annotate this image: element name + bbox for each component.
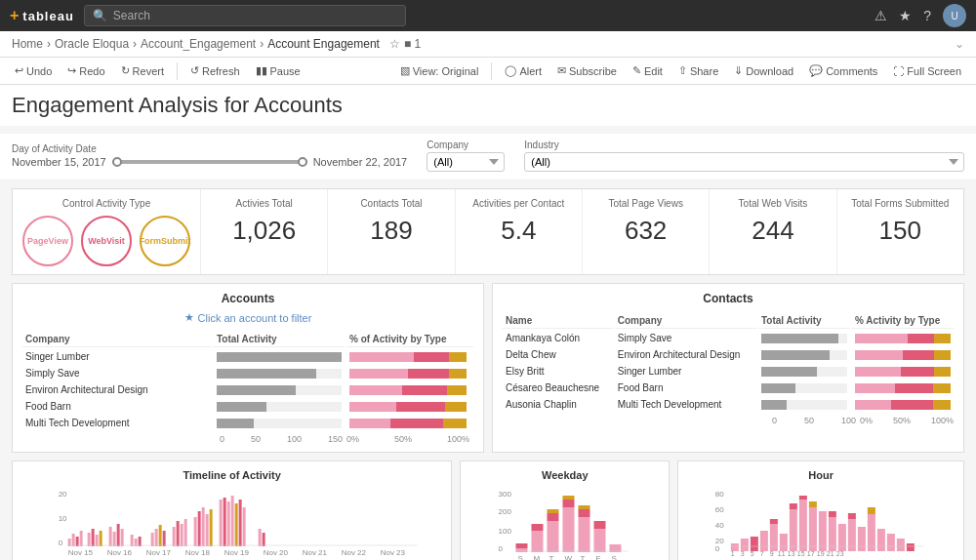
svg-rect-19 <box>155 529 158 546</box>
svg-rect-60 <box>548 509 559 513</box>
download-icon: ⇓ <box>734 64 743 77</box>
accounts-table-row[interactable]: Multi Tech Development <box>22 416 473 430</box>
search-bar[interactable]: 🔍 Search <box>84 5 406 26</box>
col-contact-total: Total Activity <box>758 313 850 329</box>
contact-company: Multi Tech Development <box>615 397 756 412</box>
svg-rect-39 <box>263 533 265 546</box>
accounts-table-row[interactable]: Food Barn <box>22 399 473 414</box>
accounts-title: Accounts <box>20 292 475 305</box>
favorite-icon[interactable]: ☆ <box>389 37 400 51</box>
redo-button[interactable]: ↪ Redo <box>61 61 111 80</box>
star-icon[interactable]: ★ <box>899 8 912 23</box>
svg-text:200: 200 <box>499 507 512 516</box>
contacts-pct-50: 50% <box>893 416 911 425</box>
refresh-button[interactable]: ↺ Refresh <box>183 61 247 80</box>
pause-button[interactable]: ▮▮ Pause <box>249 61 307 80</box>
account-total-bar <box>214 399 345 414</box>
formsubmit-circle[interactable]: FormSubmit <box>140 216 190 266</box>
accounts-table-row[interactable]: Environ Architectural Design <box>22 382 473 397</box>
svg-text:7: 7 <box>760 550 764 557</box>
svg-rect-95 <box>809 501 817 507</box>
collapse-icon[interactable]: ⌄ <box>955 37 964 51</box>
svg-rect-18 <box>151 533 154 546</box>
svg-rect-7 <box>88 533 91 546</box>
accounts-table-row[interactable]: Simply Save <box>22 366 473 380</box>
slider-thumb-end[interactable] <box>298 157 307 167</box>
account-pct-bar <box>346 399 473 414</box>
user-avatar[interactable]: U <box>943 4 966 27</box>
company-filter-label: Company <box>427 140 505 150</box>
edit-button[interactable]: ✎ Edit <box>626 61 670 80</box>
alert-icon: ◯ <box>505 64 516 77</box>
nav-icons: ⚠ ★ ? U <box>874 4 966 27</box>
date-filter-group: Day of Activity Date November 15, 2017 N… <box>12 143 407 168</box>
undo-button[interactable]: ↩ Undo <box>8 61 59 80</box>
svg-rect-105 <box>877 529 885 551</box>
contact-total-bar <box>758 364 850 379</box>
breadcrumb-home[interactable]: Home <box>12 37 43 51</box>
search-placeholder: Search <box>113 9 150 22</box>
contact-company: Food Barn <box>615 380 756 395</box>
svg-rect-27 <box>198 511 201 546</box>
svg-text:Nov 15: Nov 15 <box>68 548 94 557</box>
share-button[interactable]: ⇧ Share <box>671 61 725 80</box>
svg-text:S: S <box>612 554 617 560</box>
activities-total-label: Activies Total <box>211 197 317 210</box>
contacts-axis-100: 100 <box>841 416 856 425</box>
industry-filter-select[interactable]: (All) <box>524 152 964 172</box>
contacts-table-row[interactable]: Césareo Beauchesne Food Barn <box>503 380 954 395</box>
contact-total-bar <box>758 331 850 345</box>
breadcrumb-level2[interactable]: Oracle Eloqua <box>55 37 129 51</box>
contact-total-bar <box>758 347 850 362</box>
comments-button[interactable]: 💬 Comments <box>802 61 884 80</box>
contacts-title: Contacts <box>501 292 956 305</box>
breadcrumb-level3[interactable]: Account_Engagement <box>141 37 256 51</box>
total-forms-submitted-card: Total Forms Submitted 150 <box>837 189 963 274</box>
page-title: Engagement Analysis for Accounts <box>0 85 976 126</box>
svg-rect-94 <box>809 507 817 551</box>
svg-rect-35 <box>235 503 238 546</box>
svg-text:60: 60 <box>715 505 724 514</box>
fullscreen-button[interactable]: ⛶ Full Screen <box>886 62 968 80</box>
view-original-button[interactable]: ▧ View: Original <box>393 61 486 80</box>
svg-text:300: 300 <box>499 490 512 499</box>
alert-button[interactable]: ◯ Alert <box>498 61 549 80</box>
svg-text:100: 100 <box>499 527 512 536</box>
svg-rect-29 <box>206 514 209 546</box>
slider-thumb-start[interactable] <box>112 157 122 167</box>
revert-button[interactable]: ↻ Revert <box>114 61 171 80</box>
col-contact-company: Company <box>615 313 756 329</box>
contact-pct-bar <box>852 364 954 379</box>
contacts-table-row[interactable]: Delta Chew Environ Architectural Design <box>503 347 954 362</box>
contacts-table: Name Company Total Activity % Activity b… <box>501 311 956 414</box>
kpi-row: Control Activity Type PageView WebVisit … <box>12 188 964 275</box>
svg-text:80: 80 <box>715 490 724 499</box>
contacts-table-row[interactable]: Amankaya Colón Simply Save <box>503 331 954 345</box>
bell-icon[interactable]: ⚠ <box>874 8 887 23</box>
accounts-table-row[interactable]: Singer Lumber <box>22 349 473 364</box>
tableau-text: tableau <box>22 9 74 23</box>
company-filter-select[interactable]: (All) <box>427 152 505 172</box>
contacts-table-row[interactable]: Elsy Britt Singer Lumber <box>503 364 954 379</box>
accounts-subtitle: Click an account to filter <box>198 312 312 324</box>
account-company: Singer Lumber <box>22 349 212 364</box>
subscribe-button[interactable]: ✉ Subscribe <box>550 61 624 80</box>
contacts-table-row[interactable]: Ausonia Chaplin Multi Tech Development <box>503 397 954 412</box>
col-total-activity: Total Activity <box>214 332 345 347</box>
bottom-charts: Timeline of Activity 20 10 0 <box>12 460 964 560</box>
share-icon: ⇧ <box>678 64 687 77</box>
kpi-circles: PageView WebVisit FormSubmit <box>22 216 190 266</box>
help-icon[interactable]: ? <box>923 8 931 23</box>
svg-text:Nov 16: Nov 16 <box>107 548 133 557</box>
download-button[interactable]: ⇓ Download <box>727 61 800 80</box>
col-contact-pct: % Activity by Type <box>852 313 954 329</box>
svg-rect-22 <box>173 527 176 546</box>
pageview-circle[interactable]: PageView <box>22 216 73 266</box>
svg-rect-12 <box>113 532 116 546</box>
svg-text:S: S <box>518 554 523 560</box>
date-slider-track[interactable] <box>112 160 307 164</box>
webvisit-circle[interactable]: WebVisit <box>81 216 132 266</box>
svg-text:F: F <box>596 554 601 560</box>
breadcrumb: Home › Oracle Eloqua › Account_Engagemen… <box>0 31 976 58</box>
svg-rect-5 <box>76 537 79 546</box>
